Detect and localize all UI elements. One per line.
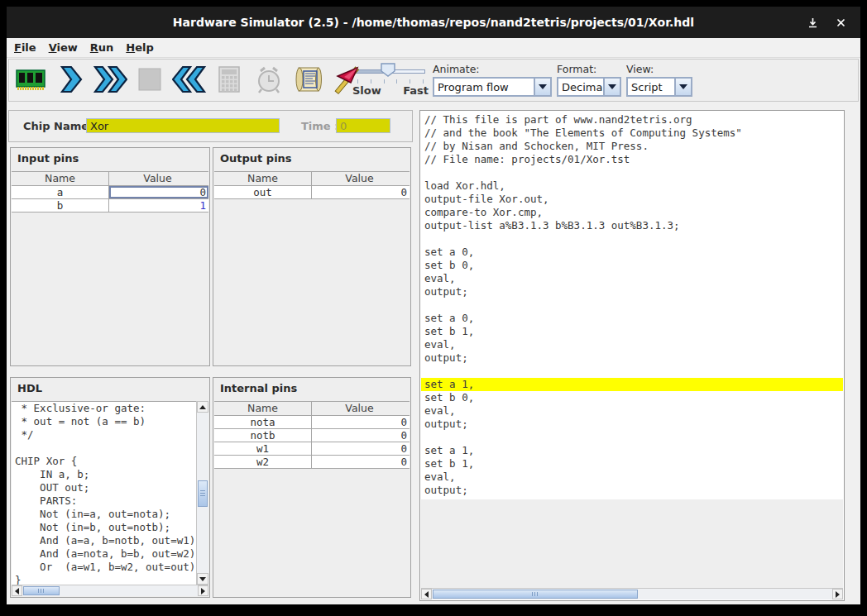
table-row: nota0 (214, 416, 410, 429)
format-select[interactable]: Decimal (557, 77, 621, 97)
iconify-icon[interactable] (804, 14, 821, 31)
hdl-code-view[interactable]: * Exclusive-or gate: * out = not (a == b… (12, 401, 196, 585)
pin-value-cell[interactable]: 0 (312, 442, 410, 455)
script-line: set a 1, (421, 444, 843, 457)
hdl-line: PARTS: (12, 494, 196, 508)
script-line: set b 1, (421, 457, 843, 470)
chevron-down-icon[interactable] (534, 79, 550, 95)
pin-name-cell: w2 (214, 456, 312, 468)
hdl-vscroll-thumb[interactable] (198, 480, 208, 507)
close-icon[interactable] (832, 14, 849, 31)
internal-pins-table: NameValuenota0notb0w10w20 (214, 401, 410, 469)
step-forward-icon (56, 64, 84, 97)
table-row: w10 (214, 442, 410, 456)
load-chip-button[interactable] (12, 62, 49, 98)
input-pins-panel: Input pins NameValuea0b1 (10, 147, 210, 366)
animate-select-value: Program flow (434, 81, 534, 93)
chip-bar: Chip Name : Xor Time : 0 (8, 110, 413, 142)
internal-pins-title: Internal pins (213, 378, 410, 400)
alarm-clock-icon (254, 64, 284, 97)
table-header-row: NameValue (214, 172, 410, 186)
view-select[interactable]: Script (626, 77, 692, 97)
pin-value-cell[interactable]: 1 (109, 199, 208, 212)
hdl-line: Not (in=a, out=nota); (12, 508, 196, 521)
scroll-up-arrow-icon[interactable] (197, 401, 208, 413)
time-label: Time : (301, 120, 338, 132)
hdl-line: } (12, 574, 196, 585)
scroll-left-arrow-icon[interactable] (12, 585, 22, 596)
animate-select[interactable]: Program flow (433, 77, 552, 97)
script-line (421, 365, 843, 378)
pin-value-cell[interactable]: 0 (312, 429, 410, 442)
script-line (421, 298, 843, 312)
script-line: set a 0, (421, 312, 843, 325)
table-row: w20 (214, 456, 410, 469)
scroll-right-arrow-icon[interactable] (198, 585, 208, 596)
table-row: notb0 (214, 429, 410, 442)
fast-forward-icon (93, 64, 127, 97)
hdl-title: HDL (11, 378, 209, 400)
scroll-left-arrow-icon[interactable] (421, 589, 432, 599)
script-line: // by Nisan and Schocken, MIT Press. (421, 140, 843, 153)
script-line: set a 0, (421, 246, 843, 259)
single-step-button[interactable] (52, 62, 89, 98)
stop-icon (137, 67, 162, 94)
hdl-panel: HDL * Exclusive-or gate: * out = not (a … (10, 377, 210, 598)
chevron-down-icon[interactable] (603, 79, 620, 95)
calculator-icon (215, 64, 243, 97)
menu-file[interactable]: File (14, 41, 36, 54)
menu-help[interactable]: Help (126, 41, 153, 54)
pin-name-cell: nota (214, 416, 312, 428)
hdl-line: Or (a=w1, b=w2, out=out); (12, 561, 196, 574)
chevron-down-icon[interactable] (674, 79, 691, 95)
pin-name-cell: w1 (214, 442, 312, 455)
output-pins-title: Output pins (213, 148, 410, 170)
hdl-line: And (a=a, b=notb, out=w1); (12, 534, 196, 547)
pin-value-cell[interactable]: 0 (312, 456, 410, 468)
menubar: FileViewRunHelp (7, 38, 860, 58)
script-horizontal-scrollbar[interactable] (421, 588, 843, 599)
hdl-line (12, 442, 196, 455)
value-column-header: Value (312, 402, 410, 415)
script-line: eval, (421, 404, 843, 418)
script-line: output-file Xor.out, (421, 193, 843, 206)
script-line: eval, (421, 470, 843, 484)
reset-button[interactable] (171, 62, 208, 98)
pin-value-cell[interactable]: 0 (312, 186, 410, 198)
pin-value-cell[interactable]: 0 (312, 416, 410, 428)
name-column-header: Name (12, 172, 109, 185)
breakpoints-button[interactable] (330, 62, 366, 98)
pin-value-cell[interactable]: 0 (109, 186, 208, 198)
input-pins-title: Input pins (11, 148, 209, 170)
calculator-button (211, 62, 247, 98)
hdl-horizontal-scrollbar[interactable] (12, 585, 208, 596)
script-line (421, 166, 843, 179)
script-line (421, 232, 843, 246)
table-row: a0 (12, 186, 208, 199)
input-pins-table: NameValuea0b1 (12, 171, 208, 212)
hdl-line: * out = not (a == b) (12, 415, 196, 428)
menu-run[interactable]: Run (90, 41, 114, 54)
run-button[interactable] (92, 62, 128, 98)
name-column-header: Name (214, 402, 312, 415)
speed-slider-thumb[interactable] (381, 63, 395, 80)
hdl-hscroll-thumb[interactable] (23, 586, 60, 595)
menu-view[interactable]: View (49, 41, 78, 54)
hdl-line: * Exclusive-or gate: (12, 402, 196, 415)
script-line: output; (421, 351, 843, 365)
script-line: output; (421, 285, 843, 298)
script-hscroll-thumb[interactable] (433, 590, 638, 599)
load-script-button[interactable] (290, 62, 327, 98)
hdl-vertical-scrollbar[interactable] (196, 401, 208, 585)
scroll-right-arrow-icon[interactable] (832, 589, 843, 599)
chip-name-field[interactable]: Xor (86, 118, 280, 133)
script-line: // File name: projects/01/Xor.tst (421, 153, 843, 166)
script-line: output; (421, 418, 843, 431)
animate-label: Animate: (433, 63, 552, 75)
script-filler (421, 499, 843, 588)
time-field: 0 (336, 118, 390, 133)
hdl-line: And (a=nota, b=b, out=w2); (12, 547, 196, 561)
script-line: set b 0, (421, 259, 843, 272)
scroll-down-arrow-icon[interactable] (197, 573, 208, 585)
hdl-line: CHIP Xor { (12, 455, 196, 468)
